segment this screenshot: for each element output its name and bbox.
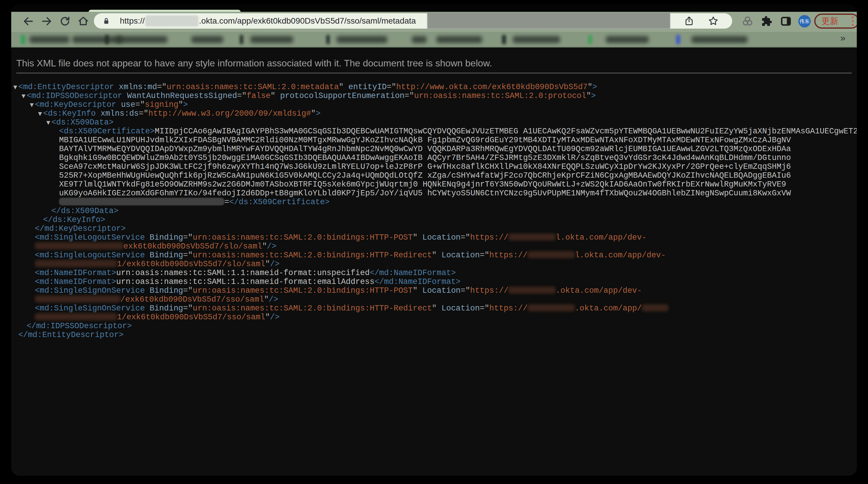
bookmarks-bar: » <box>11 32 857 47</box>
xml-row: <ds:X509Certificate>MIIDpjCCAo6gAwIBAgIG… <box>59 127 857 136</box>
xml-row: <md:KeyDescriptor use="signing"> <box>35 100 188 109</box>
xml-row: <md:SingleSignOnService Binding="urn:oas… <box>35 304 669 313</box>
redacted-text <box>35 313 117 320</box>
tab-strip <box>11 4 857 12</box>
redacted-text <box>35 260 117 267</box>
redacted-text <box>35 242 123 249</box>
side-panel-icon <box>780 15 792 27</box>
bookmark-item[interactable] <box>191 36 223 43</box>
url-scheme: https:// <box>120 16 145 26</box>
bookmark-item[interactable] <box>606 36 649 43</box>
lock-icon[interactable] <box>100 15 112 27</box>
redacted-text <box>528 251 575 258</box>
redacted-text <box>508 287 556 294</box>
xml-row: <md:SingleLogoutService Binding="urn:oas… <box>35 251 666 260</box>
xml-collapse-arrow[interactable]: ▼ <box>22 92 25 100</box>
side-panel-button[interactable] <box>779 14 793 28</box>
xml-row: </md:EntityDescriptor> <box>18 330 123 340</box>
redacted-text <box>508 233 556 240</box>
bookmark-item[interactable] <box>326 35 330 44</box>
bookmark-item[interactable] <box>588 35 592 44</box>
xml-row: </ds:KeyInfo> <box>43 216 105 224</box>
bookmark-item[interactable] <box>72 36 123 43</box>
url-path: .okta.com/app/exk6t0kdb090DsVbS5d7/sso/s… <box>199 16 416 26</box>
extension-item-button[interactable] <box>740 14 755 28</box>
share-icon[interactable] <box>683 15 695 27</box>
bookmark-item[interactable] <box>250 36 293 43</box>
xml-row: <md:SingleLogoutService Binding="urn:oas… <box>35 233 647 242</box>
reload-button[interactable] <box>58 14 72 28</box>
xml-row: <md:EntityDescriptor xmlns:md="urn:oasis… <box>18 83 597 92</box>
update-button[interactable]: 更新 <box>814 13 857 29</box>
xml-row: <ds:KeyInfo xmlns:ds="http://www.w3.org/… <box>43 109 321 118</box>
bookmark-item[interactable] <box>676 35 680 44</box>
bookmark-item[interactable] <box>691 36 748 43</box>
page-content: This XML file does not appear to have an… <box>11 47 857 476</box>
home-icon <box>78 15 89 27</box>
browser-toolbar: https://.okta.com/app/exk6t0kdb090DsVbS5… <box>11 12 857 32</box>
bookmark-item[interactable] <box>436 36 482 43</box>
forward-button[interactable] <box>39 14 54 28</box>
url-text: https://.okta.com/app/exk6t0kdb090DsVbS5… <box>120 15 416 27</box>
xml-row: 525R7+XopMBeHhWUgHUewQuQhf1k6pjRzW5CaAN1… <box>59 171 791 180</box>
xml-row: uKG9yoA6HkIGEz2omXdGFGhmY7IKo/94fedojI2d… <box>59 189 791 198</box>
xml-row: BgkqhkiG9w0BCQEWDWluZm9Ab2t0YS5jb20wggEi… <box>59 154 791 162</box>
xml-row: <ds:X509Data> <box>51 118 114 127</box>
reload-icon <box>59 15 71 27</box>
xml-row: MBIGA1UECwwLU1NPUHJvdmlkZXIxFDASBgNVBAMM… <box>59 136 791 144</box>
update-label: 更新 <box>822 15 838 27</box>
toolbar-redaction <box>427 12 670 29</box>
bookmark-item[interactable] <box>412 36 427 43</box>
xml-row: <md:IDPSSODescriptor WantAuthnRequestsSi… <box>27 92 596 100</box>
xml-row: <md:NameIDFormat>urn:oasis:names:tc:SAML… <box>35 268 456 278</box>
bookmark-item[interactable] <box>337 36 388 43</box>
bookmark-item[interactable] <box>513 36 560 43</box>
bookmark-star-icon[interactable] <box>707 15 719 27</box>
xml-collapse-arrow[interactable]: ▼ <box>13 83 17 92</box>
back-icon <box>23 15 34 27</box>
forward-icon <box>41 15 53 27</box>
xml-row: XE9T7lmlQ1WNTYkdFg81e5O9OWZRHM9s2wz2G6DM… <box>59 180 786 189</box>
avatar[interactable]: 伟东 <box>798 15 811 27</box>
avatar-label: 伟东 <box>800 18 810 25</box>
bookmark-item[interactable] <box>21 35 25 44</box>
xml-collapse-arrow[interactable]: ▼ <box>46 118 50 127</box>
bookmark-item[interactable] <box>502 35 506 44</box>
xml-row: BAYTAlVTMRMwEQYDVQQIDApDYWxpZm9ybmlhMRYw… <box>59 144 791 154</box>
home-button[interactable] <box>76 14 90 28</box>
xml-tree: ▼<md:EntityDescriptor xmlns:md="urn:oasi… <box>11 47 857 476</box>
xml-collapse-arrow[interactable]: ▼ <box>38 109 42 118</box>
xml-row: exk6t0kdb090DsVbS5d7/slo/saml"/> <box>35 242 277 251</box>
redacted-text <box>59 198 224 205</box>
redacted-text <box>528 304 575 311</box>
xml-row: </md:KeyDescriptor> <box>35 224 126 233</box>
xml-row: 1/exk6t0kdb090DsVbS5d7/sso/saml"/> <box>35 313 280 322</box>
xml-row: <md:NameIDFormat>urn:oasis:names:tc:SAML… <box>35 278 461 286</box>
bookmarks-overflow-chevron[interactable]: » <box>840 32 845 43</box>
xml-collapse-arrow[interactable]: ▼ <box>30 100 34 109</box>
extensions-puzzle-icon <box>761 15 772 27</box>
kebab-menu-icon[interactable] <box>852 16 854 26</box>
bookmark-item[interactable] <box>30 36 69 43</box>
xml-row: SceA97cxMctMaUrW6SjpJDK3WLtFC2jf9h6zwyXY… <box>59 162 791 171</box>
xml-row: =</ds:X509Certificate> <box>59 198 330 206</box>
xml-row: </ds:X509Data> <box>51 206 118 216</box>
url-redacted <box>145 15 198 27</box>
bookmark-item[interactable] <box>105 35 108 44</box>
extension-circles-icon <box>742 15 753 27</box>
redacted-text <box>642 304 669 311</box>
extensions-button[interactable] <box>760 14 774 28</box>
browser-window: https://.okta.com/app/exk6t0kdb090DsVbS5… <box>11 4 857 476</box>
xml-row: </md:IDPSSODescriptor> <box>27 322 132 330</box>
redacted-text <box>35 295 120 302</box>
back-button[interactable] <box>21 14 35 28</box>
bookmark-item[interactable] <box>116 36 167 43</box>
xml-row: <md:SingleSignOnService Binding="urn:oas… <box>35 286 642 295</box>
xml-row: 1/exk6t0kdb090DsVbS5d7/slo/saml"/> <box>35 260 280 268</box>
bookmark-item[interactable] <box>240 35 243 44</box>
xml-row: /exk6t0kdb090DsVbS5d7/sso/saml"/> <box>35 295 278 304</box>
